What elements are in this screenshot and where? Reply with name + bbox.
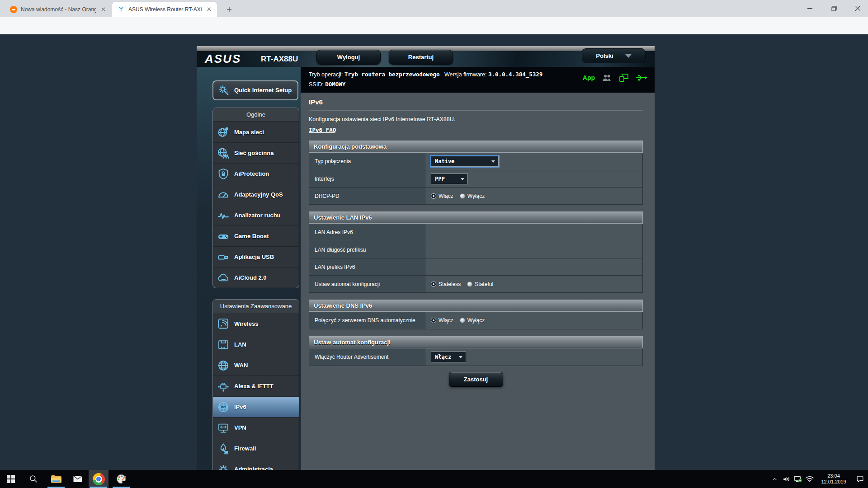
start-button[interactable]	[1, 470, 21, 488]
tab-close-icon[interactable]	[205, 6, 212, 13]
paint-app-button[interactable]	[111, 470, 131, 488]
sidebar-item-adaptacyjny-qos[interactable]: Adaptacyjny QoS	[213, 184, 299, 205]
page-background: ASUS RT-AX88U Wyloguj Restartuj Polski Q…	[0, 34, 868, 470]
network-map-icon	[217, 125, 230, 139]
sidebar-item-analizator-ruchu[interactable]: Analizator ruchu	[213, 205, 299, 225]
basic-config-table: Typ połączenia Native Interfejs PPP DHCP…	[309, 153, 643, 205]
new-tab-button[interactable]	[223, 4, 235, 15]
sidebar-item-vpn[interactable]: VPN	[213, 417, 299, 438]
table-row: Włączyć Router Advertisement Włącz	[309, 348, 642, 366]
firmware-link[interactable]: 3.0.0.4.384_5329	[488, 71, 542, 78]
auto-config-stateless-radio[interactable]	[431, 282, 436, 287]
operation-mode-link[interactable]: Tryb routera bezprzewodowego	[344, 71, 440, 78]
wifi-icon[interactable]	[804, 470, 816, 488]
sidebar-item-wireless[interactable]: Wireless	[213, 313, 299, 334]
mail-app-button[interactable]	[68, 470, 88, 488]
gear-icon	[217, 463, 230, 470]
window-minimize-button[interactable]	[799, 0, 820, 17]
sidebar-item-alexa-ifttt[interactable]: Alexa & IFTTT	[213, 375, 299, 396]
ssid-link[interactable]: DOMOWY	[325, 81, 345, 88]
quick-internet-setup-button[interactable]: Quick Internet Setup	[212, 80, 298, 100]
taskbar-search-button[interactable]	[24, 470, 43, 488]
logout-button[interactable]: Wyloguj	[316, 50, 381, 65]
tab-close-icon[interactable]	[99, 6, 107, 13]
tab-nasz-orange[interactable]: Nowa wiadomość - Nasz Orange	[5, 2, 111, 17]
sidebar-item-label: LAN	[234, 341, 246, 348]
gauge-icon	[217, 188, 230, 202]
sidebar-item-sie-go-cinna[interactable]: Sieć gościnna	[213, 142, 299, 163]
sidebar-item-label: Mapa sieci	[234, 129, 264, 136]
usb-icon[interactable]	[636, 72, 648, 83]
table-row: Ustaw automat konfiguracji Stateless Sta…	[309, 275, 642, 292]
qis-label: Quick Internet Setup	[234, 87, 292, 94]
section-header-lan: Ustawienie LAN IPv6	[309, 211, 643, 224]
language-select[interactable]: Polski	[582, 48, 646, 63]
sidebar-item-firewall[interactable]: Firewall	[213, 438, 299, 459]
browser-tab-strip: Nowa wiadomość - Nasz Orange ASUS Wirele…	[0, 0, 868, 17]
sidebar-item-label: AiProtection	[234, 170, 269, 177]
tray-chevron-up-icon[interactable]	[769, 470, 780, 488]
sidebar-item-aiprotection[interactable]: AiProtection	[213, 163, 299, 184]
sidebar-item-aplikacja-usb[interactable]: Aplikacja USB	[213, 246, 299, 267]
table-row: Typ połączenia Native	[309, 153, 642, 170]
window-close-button[interactable]	[847, 0, 868, 17]
tab-title: ASUS Wireless Router RT-AX88U	[128, 6, 202, 13]
volume-icon[interactable]	[780, 470, 792, 488]
connection-type-select[interactable]: Native	[431, 156, 499, 167]
sidebar-item-administracja[interactable]: Administracja	[213, 459, 299, 470]
sidebar-item-label: Game Boost	[234, 233, 269, 239]
table-row: Interfejs PPP	[309, 170, 642, 187]
tab-asus-router[interactable]: ASUS Wireless Router RT-AX88U	[112, 2, 217, 17]
sidebar-item-aicloud-2-0[interactable]: AiCloud 2.0	[213, 267, 299, 288]
router-advertisement-select[interactable]: Włącz	[431, 352, 466, 362]
row-label: Typ połączenia	[309, 153, 425, 170]
dns-auto-disable-radio[interactable]	[460, 318, 465, 323]
faq-link[interactable]: IPv6 FAQ	[309, 127, 336, 133]
sidebar-item-wan[interactable]: WAN	[213, 355, 299, 375]
secure-device-icon[interactable]	[792, 470, 804, 488]
row-label: Interfejs	[309, 170, 425, 187]
guest-network-icon	[217, 146, 230, 160]
dhcp-pd-disable-radio[interactable]	[460, 193, 465, 199]
cloud-icon	[217, 271, 230, 285]
screens-sync-icon[interactable]	[618, 72, 629, 83]
browser-toolbar: Niezabezpieczona router.asus.com/Advance…	[0, 17, 868, 34]
taskbar-clock[interactable]: 23:04 12.01.2019	[817, 473, 850, 485]
qis-gear-icon	[217, 84, 231, 97]
window-restore-button[interactable]	[824, 0, 844, 17]
sidebar-item-label: Sieć gościnna	[234, 150, 274, 156]
sidebar-item-mapa-sieci[interactable]: Mapa sieci	[213, 122, 299, 142]
dhcp-pd-enable-radio[interactable]	[431, 193, 436, 199]
ra-config-table: Włączyć Router Advertisement Włącz	[309, 348, 643, 366]
reboot-button[interactable]: Restartuj	[389, 50, 453, 65]
lan-config-table: LAN Adres IPv6 LAN długość prefiksu LAN …	[309, 224, 643, 293]
sidebar-item-label: AiCloud 2.0	[234, 274, 267, 281]
dns-auto-enable-radio[interactable]	[431, 318, 436, 323]
router-model: RT-AX88U	[261, 55, 298, 64]
firmware-label: Wersja firmware:	[444, 71, 487, 78]
chrome-button[interactable]	[89, 470, 108, 488]
sidebar-item-label: Adaptacyjny QoS	[234, 191, 283, 198]
action-center-icon[interactable]	[852, 470, 868, 488]
apply-button[interactable]: Zastosuj	[449, 372, 503, 387]
clients-icon[interactable]	[601, 72, 612, 83]
sidebar-item-game-boost[interactable]: Game Boost	[213, 225, 299, 246]
section-header-ra: Ustaw automat konfiguracji	[309, 336, 643, 348]
app-link[interactable]: App	[583, 74, 595, 81]
table-row: LAN długość prefiksu	[309, 241, 642, 258]
sidebar-item-label: Administracja	[234, 466, 273, 470]
row-label: DHCP-PD	[309, 188, 425, 204]
dns-config-table: Połączyć z serwerem DNS automatycznie Wł…	[309, 312, 643, 329]
sidebar-group-title: Ustawienia Zaawansowane	[213, 300, 299, 313]
table-row: DHCP-PD Włącz Wyłącz	[309, 187, 642, 204]
interface-select[interactable]: PPP	[431, 174, 468, 184]
sidebar-item-lan[interactable]: LAN	[213, 334, 299, 355]
sidebar-item-label: Firewall	[234, 445, 256, 452]
main-content: IPv6 Konfiguracja ustawienia sieci IPv6 …	[301, 93, 655, 470]
sidebar-item-label: Aplikacja USB	[234, 253, 274, 260]
sidebar-item-ipv6[interactable]: IPV6IPv6	[213, 396, 299, 417]
palette-icon	[115, 473, 127, 485]
auto-config-stateful-radio[interactable]	[467, 282, 472, 287]
row-label: LAN długość prefiksu	[309, 241, 425, 258]
file-explorer-button[interactable]	[46, 470, 66, 488]
